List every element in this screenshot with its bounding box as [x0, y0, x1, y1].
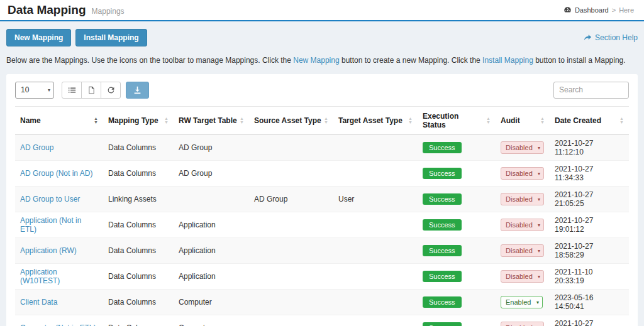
table-row: Computer (Not in ETL)Data ColumnsCompute… [15, 315, 629, 326]
table-row: Client DataData ColumnsComputerSuccessEn… [15, 289, 629, 315]
status-badge: Success [423, 142, 462, 153]
description: Below are the Mappings. Use the icons on… [6, 55, 638, 66]
source-asset-type-cell [249, 160, 333, 186]
audit-select-wrap: Enabled▾ [501, 296, 543, 308]
breadcrumb: Dashboard > Here [564, 6, 634, 14]
execution-status-cell: Success [418, 289, 496, 315]
audit-select-wrap: Disabled▾ [501, 322, 544, 326]
audit-select[interactable]: Disabled [501, 219, 544, 231]
audit-select[interactable]: Disabled [501, 270, 544, 283]
actions-row: New Mapping Install Mapping Section Help [6, 29, 638, 46]
install-mapping-link[interactable]: Install Mapping [482, 56, 533, 65]
mapping-name-link[interactable]: Application (W10TEST) [20, 268, 60, 285]
rw-target-table-cell: Computer [174, 289, 249, 315]
refresh-button[interactable] [101, 82, 121, 99]
mapping-name-link[interactable]: Application (RW) [20, 246, 77, 255]
date-created-cell: 2021-11-10 20:33:19 [550, 263, 629, 289]
audit-select[interactable]: Disabled [501, 141, 544, 154]
source-asset-type-cell [249, 315, 333, 326]
column-header-audit[interactable]: Audit▲▼ [496, 106, 550, 134]
column-header-target-asset-type[interactable]: Target Asset Type▲▼ [333, 106, 418, 134]
search-input[interactable] [553, 82, 629, 99]
file-export-icon [87, 86, 96, 94]
install-mapping-button[interactable]: Install Mapping [75, 29, 147, 46]
status-badge: Success [423, 271, 462, 282]
column-header-mapping-type[interactable]: Mapping Type▲▼ [103, 106, 174, 134]
column-header-name[interactable]: Name▲▼ [15, 106, 103, 134]
rw-target-table-cell: AD Group [174, 134, 249, 160]
breadcrumb-dashboard[interactable]: Dashboard [575, 6, 609, 14]
source-asset-type-cell [249, 134, 333, 160]
name-cell: Client Data [15, 289, 103, 315]
rw-target-table-cell: Application [174, 263, 249, 289]
audit-cell: Disabled▾ [496, 263, 550, 289]
mapping-name-link[interactable]: AD Group to User [20, 195, 80, 204]
source-asset-type-cell [249, 289, 333, 315]
rw-target-table-cell: Computer [174, 315, 249, 326]
export-button[interactable] [81, 82, 101, 99]
status-badge: Success [423, 168, 462, 179]
table-body: AD GroupData ColumnsAD GroupSuccessDisab… [15, 134, 629, 326]
date-created-cell: 2021-10-27 11:34:33 [550, 160, 629, 186]
column-header-label: Name [20, 116, 41, 125]
audit-select[interactable]: Disabled [501, 322, 544, 326]
execution-status-cell: Success [418, 263, 496, 289]
mapping-type-cell: Data Columns [103, 212, 174, 237]
mapping-name-link[interactable]: Application (Not in ETL) [20, 216, 81, 234]
column-header-label: RW Target Table [179, 116, 237, 125]
column-header-date-created[interactable]: Date Created▲▼ [550, 106, 629, 134]
audit-cell: Disabled▾ [496, 134, 550, 160]
execution-status-cell: Success [418, 186, 496, 212]
audit-cell: Disabled▾ [496, 237, 550, 263]
column-header-label: Target Asset Type [338, 116, 402, 125]
mapping-name-link[interactable]: Client Data [20, 298, 57, 307]
new-mapping-button[interactable]: New Mapping [6, 29, 71, 46]
audit-select[interactable]: Disabled [501, 167, 544, 180]
target-asset-type-cell [333, 212, 418, 237]
page-size-select[interactable]: 10 [15, 82, 54, 99]
column-header-label: Mapping Type [108, 116, 158, 125]
column-header-label: Source Asset Type [254, 116, 321, 125]
mapping-type-cell: Linking Assets [103, 186, 174, 212]
status-badge: Success [423, 322, 462, 326]
list-view-button[interactable] [62, 82, 82, 99]
target-asset-type-cell [333, 263, 418, 289]
target-asset-type-cell: User [333, 186, 418, 212]
audit-select-wrap: Disabled▾ [501, 270, 544, 283]
date-created-cell: 2021-10-27 11:12:10 [550, 134, 629, 160]
section-help-link[interactable]: Section Help [584, 33, 638, 42]
description-text: button to create a new Mapping. Click th… [340, 56, 482, 65]
column-header-source-asset-type[interactable]: Source Asset Type▲▼ [249, 106, 333, 134]
table-header-row: Name▲▼Mapping Type▲▼RW Target Table▲▼Sou… [15, 106, 629, 134]
mapping-name-link[interactable]: AD Group [20, 143, 53, 152]
source-asset-type-cell [249, 212, 333, 237]
table-row: AD GroupData ColumnsAD GroupSuccessDisab… [15, 134, 629, 160]
content: New Mapping Install Mapping Section Help… [0, 21, 644, 326]
rw-target-table-cell: Application [174, 237, 249, 263]
table-row: Application (W10TEST)Data ColumnsApplica… [15, 263, 629, 289]
column-header-rw-target-table[interactable]: RW Target Table▲▼ [174, 106, 249, 134]
date-created-cell: 2021-10-27 19:01:12 [550, 212, 629, 237]
sort-arrows-icon: ▲▼ [94, 117, 98, 124]
new-mapping-link[interactable]: New Mapping [293, 56, 339, 65]
column-header-label: Execution Status [423, 112, 484, 129]
audit-select[interactable]: Disabled [501, 193, 544, 205]
title-wrap: Data Mapping Mappings [8, 3, 125, 17]
audit-select-wrap: Disabled▾ [501, 219, 544, 231]
download-button[interactable] [126, 82, 149, 99]
name-cell: Application (Not in ETL) [15, 212, 103, 237]
column-header-execution-status[interactable]: Execution Status▲▼ [418, 106, 496, 134]
mapping-name-link[interactable]: Computer (Not in ETL) [20, 323, 96, 326]
mapping-type-cell: Data Columns [103, 237, 174, 263]
execution-status-cell: Success [418, 237, 496, 263]
dashboard-icon [564, 6, 572, 14]
mapping-name-link[interactable]: AD Group (Not in AD) [20, 169, 92, 178]
status-badge: Success [423, 296, 462, 308]
audit-select[interactable]: Enabled [501, 296, 543, 308]
rw-target-table-cell: AD Group [174, 160, 249, 186]
source-asset-type-cell [249, 237, 333, 263]
audit-select-wrap: Disabled▾ [501, 167, 544, 180]
status-badge: Success [423, 245, 462, 256]
toolbar-button-group [62, 82, 121, 99]
audit-select[interactable]: Disabled [501, 244, 544, 257]
